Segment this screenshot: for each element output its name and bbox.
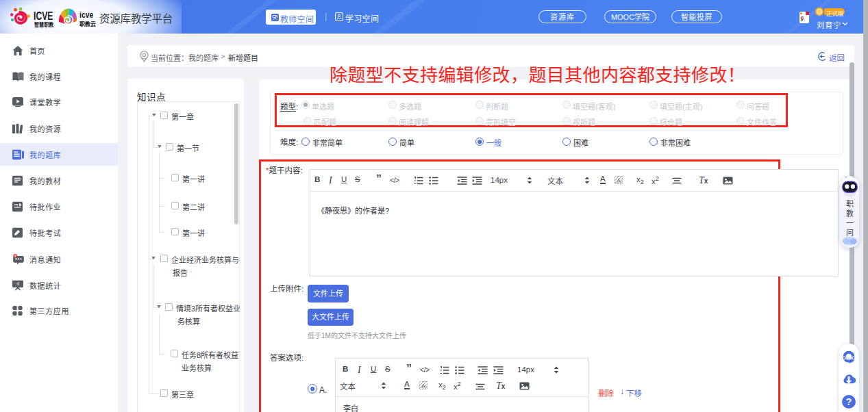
svg-text:A: A [421,383,425,389]
svg-text:A: A [617,177,621,184]
svg-text:?: ? [846,396,852,407]
svg-text:5: 5 [14,255,16,258]
svg-text:ıl: ıl [16,281,19,286]
